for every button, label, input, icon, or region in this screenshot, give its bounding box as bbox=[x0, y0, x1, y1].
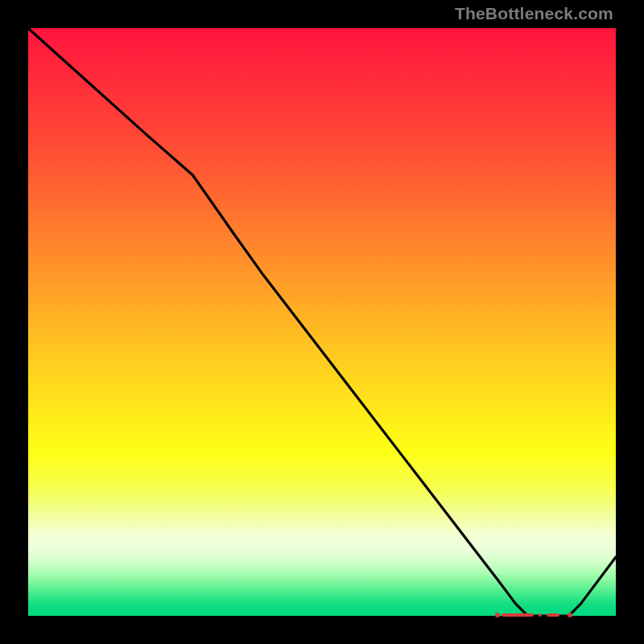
plot-area bbox=[28, 28, 616, 616]
marker-dash bbox=[539, 613, 542, 617]
marker-dash bbox=[547, 613, 559, 617]
attribution-text: TheBottleneck.com bbox=[455, 5, 613, 22]
chart-frame: TheBottleneck.com bbox=[0, 0, 644, 644]
line-curve bbox=[28, 28, 616, 616]
marker-dot bbox=[568, 613, 572, 617]
marker-dot bbox=[495, 613, 500, 617]
marker-dash bbox=[502, 613, 534, 617]
